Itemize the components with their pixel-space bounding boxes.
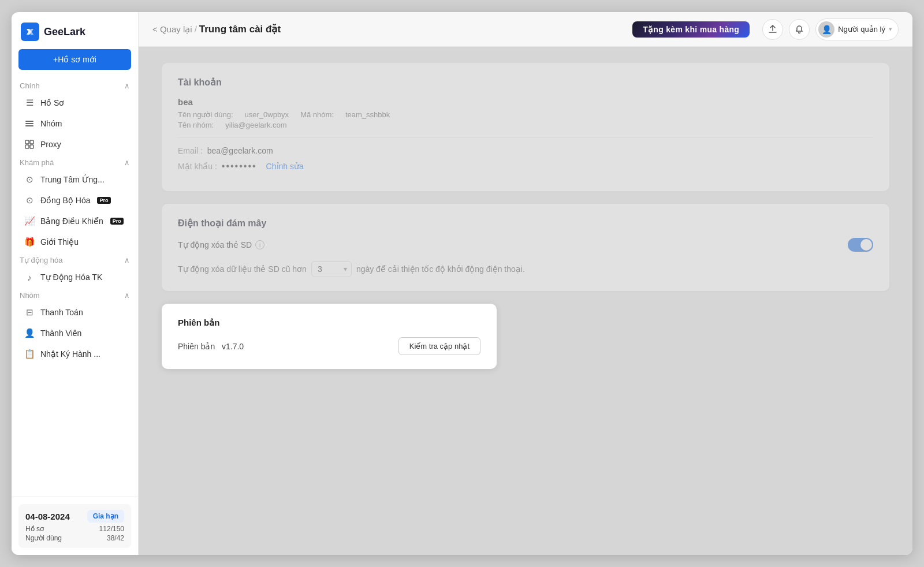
cloud-phone-title: Điện thoại đám mây — [178, 218, 873, 229]
top-header: < Quay lại / Trung tâm cài đặt Tặng kèm … — [139, 12, 912, 47]
groups-icon — [24, 118, 35, 129]
svg-rect-4 — [25, 140, 29, 144]
sidebar-section-team: Nhóm ∧ — [12, 288, 138, 302]
svg-rect-7 — [30, 145, 33, 148]
group-name-value: yilia@geelark.com — [225, 121, 286, 129]
email-label: Email : — [178, 146, 203, 155]
upload-button[interactable] — [762, 19, 783, 40]
back-link[interactable]: < Quay lại — [152, 24, 192, 35]
referral-icon: 🎁 — [24, 237, 35, 247]
account-meta-row1: Tên người dùng: user_0wpbyx Mã nhóm: tea… — [178, 110, 873, 119]
profile-icon: ☰ — [24, 98, 35, 108]
auto-delete-desc-suffix: ngày để cải thiện tốc độ khởi động điện … — [356, 264, 525, 274]
sidebar-item-dashboard[interactable]: 📈 Bảng Điều Khiển Pro — [15, 211, 135, 231]
content-area: Tài khoản bea Tên người dùng: user_0wpby… — [139, 47, 912, 555]
svg-rect-3 — [25, 125, 33, 126]
auto-delete-desc-prefix: Tự động xóa dữ liệu thẻ SD cũ hơn — [178, 264, 307, 274]
svg-rect-2 — [25, 123, 33, 124]
activity-log-icon: 📋 — [24, 349, 35, 359]
check-update-button[interactable]: Kiểm tra cập nhật — [398, 337, 480, 355]
version-label: Phiên bản v1.7.0 — [178, 342, 244, 351]
account-card: Tài khoản bea Tên người dùng: user_0wpby… — [162, 63, 889, 191]
user-menu[interactable]: 👤 Người quản lý ▾ — [815, 18, 899, 40]
proxy-icon — [24, 139, 35, 150]
toggle-knob — [860, 239, 872, 251]
email-row: Email : bea@geelark.com — [178, 146, 873, 155]
sidebar-item-proxy[interactable]: Proxy — [15, 135, 135, 154]
info-icon[interactable]: i — [255, 240, 264, 249]
app-center-icon: ⊙ — [24, 174, 35, 185]
version-row: Phiên bản v1.7.0 Kiểm tra cập nhật — [178, 337, 480, 355]
email-value: bea@geelark.com — [207, 146, 273, 155]
renew-button[interactable]: Gia hạn — [87, 510, 124, 523]
sync-icon: ⊙ — [24, 195, 35, 206]
auto-delete-sd-toggle[interactable] — [848, 238, 873, 252]
promo-banner[interactable]: Tặng kèm khi mua hàng — [632, 21, 750, 38]
user-avatar: 👤 — [818, 21, 834, 38]
group-code-value: team_sshbbk — [345, 110, 390, 119]
group-name-label: Tên nhóm: — [178, 121, 214, 129]
sidebar-item-profiles[interactable]: ☰ Hồ Sơ — [15, 93, 135, 113]
sidebar-item-referral[interactable]: 🎁 Giới Thiệu — [15, 232, 135, 252]
account-card-title: Tài khoản — [178, 77, 873, 88]
account-divider — [178, 137, 873, 138]
auto-delete-sd-label-wrap: Tự động xóa thẻ SD i — [178, 240, 264, 249]
username-value: user_0wpbyx — [245, 110, 289, 119]
page-title: Trung tâm cài đặt — [199, 23, 281, 35]
svg-rect-1 — [25, 121, 33, 122]
password-label: Mật khẩu : — [178, 162, 217, 171]
logo-text: GeeLark — [44, 26, 85, 38]
version-card-title: Phiên bản — [178, 318, 480, 328]
subscription-info: 04-08-2024 Gia hạn Hồ sơ 112/150 Người d… — [18, 504, 131, 548]
logo-icon — [21, 23, 39, 41]
password-row: Mật khẩu : •••••••• Chỉnh sửa — [178, 161, 873, 171]
breadcrumb: < Quay lại / Trung tâm cài đặt — [152, 23, 281, 35]
sidebar-bottom: 04-08-2024 Gia hạn Hồ sơ 112/150 Người d… — [12, 497, 138, 555]
profiles-value: 112/150 — [99, 525, 124, 533]
pro-badge-sync: Pro — [97, 197, 110, 204]
sidebar-logo: GeeLark — [12, 12, 138, 49]
sidebar-item-activity-log[interactable]: 📋 Nhật Ký Hành ... — [15, 344, 135, 364]
version-card: Phiên bản Phiên bản v1.7.0 Kiểm tra cập … — [162, 304, 497, 369]
breadcrumb-separator: / — [195, 24, 197, 34]
days-select[interactable]: 3 1 2 5 7 — [311, 261, 352, 277]
version-card-container: Phiên bản Phiên bản v1.7.0 Kiểm tra cập … — [162, 304, 889, 369]
header-icons: 👤 Người quản lý ▾ — [762, 18, 899, 40]
auto-delete-sd-row: Tự động xóa thẻ SD i — [178, 238, 873, 252]
new-profile-button[interactable]: +Hồ sơ mới — [18, 49, 131, 70]
users-value: 38/42 — [107, 534, 124, 542]
user-name: Người quản lý — [838, 25, 885, 33]
edit-password-link[interactable]: Chỉnh sửa — [266, 162, 304, 171]
days-select-wrapper: 3 1 2 5 7 — [311, 261, 352, 277]
automation-icon: ♪ — [24, 272, 35, 282]
sidebar-item-members[interactable]: 👤 Thành Viên — [15, 323, 135, 343]
group-code-label: Mã nhóm: — [300, 110, 334, 119]
expiry-date: 04-08-2024 — [25, 512, 70, 521]
profiles-label: Hồ sơ — [25, 525, 44, 533]
password-dots: •••••••• — [222, 161, 257, 171]
chevron-down-icon: ▾ — [889, 25, 892, 33]
version-value: v1.7.0 — [222, 342, 244, 351]
sidebar-section-explore: Khám phá ∧ — [12, 155, 138, 169]
sidebar-item-app-center[interactable]: ⊙ Trung Tâm Ứng... — [15, 170, 135, 189]
users-label: Người dùng — [25, 534, 62, 542]
account-name: bea — [178, 97, 873, 107]
username-label: Tên người dùng: — [178, 110, 233, 119]
members-icon: 👤 — [24, 328, 35, 338]
sidebar-item-automation[interactable]: ♪ Tự Động Hóa TK — [15, 267, 135, 287]
svg-rect-6 — [25, 145, 29, 148]
sidebar-item-billing[interactable]: ⊟ Thanh Toán — [15, 303, 135, 322]
sidebar-section-main: Chính ∧ — [12, 78, 138, 92]
auto-delete-sd-label: Tự động xóa thẻ SD — [178, 240, 252, 249]
billing-icon: ⊟ — [24, 307, 35, 318]
cloud-phone-card: Điện thoại đám mây Tự động xóa thẻ SD i … — [162, 204, 889, 291]
auto-delete-days-row: Tự động xóa dữ liệu thẻ SD cũ hơn 3 1 2 … — [178, 261, 873, 277]
sidebar-item-groups[interactable]: Nhóm — [15, 114, 135, 133]
pro-badge-dashboard: Pro — [110, 218, 124, 225]
account-meta-row2: Tên nhóm: yilia@geelark.com — [178, 121, 873, 129]
notification-button[interactable] — [789, 19, 810, 40]
sidebar-item-sync[interactable]: ⊙ Đồng Bộ Hóa Pro — [15, 191, 135, 210]
sidebar: GeeLark +Hồ sơ mới Chính ∧ ☰ Hồ Sơ Nhóm … — [12, 12, 139, 555]
svg-rect-5 — [30, 140, 33, 144]
dashboard-icon: 📈 — [24, 216, 35, 226]
